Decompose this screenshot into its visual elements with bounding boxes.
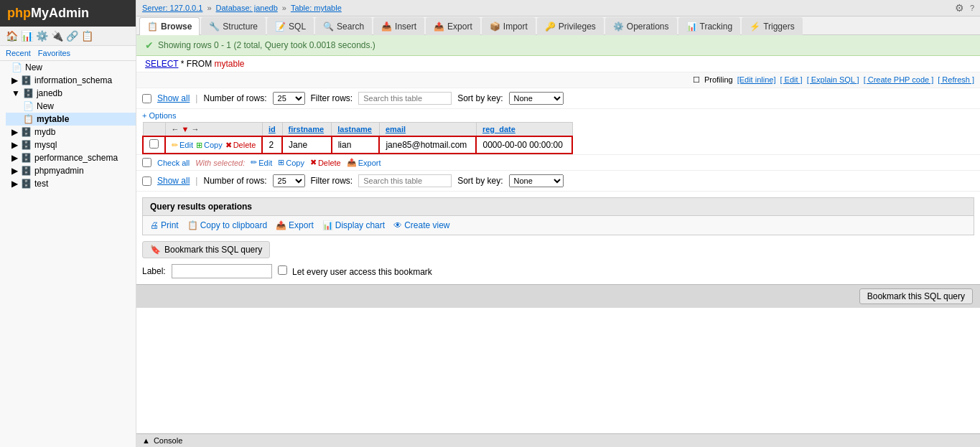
show-all-checkbox-top[interactable] <box>142 94 151 103</box>
bookmark-section: 🔖 Bookmark this SQL query Label: Let eve… <box>142 241 974 278</box>
profiling-checkbox[interactable]: ☐ <box>693 75 700 85</box>
bottom-edit-action[interactable]: ✏ Edit <box>251 158 272 167</box>
sidebar-item-new-janedb[interactable]: 📄 New <box>6 100 136 113</box>
topbar-help-icon[interactable]: ? <box>970 4 974 12</box>
browse-content: ✔ Showing rows 0 - 1 (2 total, Query too… <box>136 35 980 447</box>
edit-row-button[interactable]: ✏ Edit <box>172 141 193 150</box>
bookmark-label-input[interactable] <box>172 264 272 278</box>
filter-input-top[interactable] <box>358 92 452 105</box>
tab-import[interactable]: 📦 Import <box>482 17 536 35</box>
console-bar[interactable]: ▲ Console <box>136 433 980 447</box>
home-icon[interactable]: 🏠 <box>6 30 18 42</box>
topbar-settings-icon[interactable]: ⚙ <box>955 2 964 14</box>
col-header-lastname[interactable]: lastname <box>332 123 380 137</box>
sidebar-item-phpmyadmin[interactable]: ▶ 🗄️ phpmyadmin <box>0 164 136 177</box>
bottom-export-action[interactable]: 📤 Export <box>347 158 381 167</box>
docs-icon[interactable]: 📋 <box>81 30 93 42</box>
tab-export[interactable]: 📤 Export <box>426 17 480 35</box>
sidebar-item-janedb[interactable]: ▼ 🗄️ janedb <box>0 87 136 100</box>
tab-operations[interactable]: ⚙️ Operations <box>605 17 677 35</box>
row-email: jane85@hotmail.com <box>379 136 476 154</box>
col-header-id[interactable]: id <box>262 123 282 137</box>
bottom-check-row: Check all With selected: ✏ Edit ⊞ Copy ✖… <box>136 154 980 170</box>
sort-select-bottom[interactable]: None PRIMARY <box>509 174 564 187</box>
col-header-reg-date[interactable]: reg_date <box>476 123 572 137</box>
success-icon: ✔ <box>145 39 154 51</box>
tab-privileges[interactable]: 🔑 Privileges <box>537 17 604 35</box>
logo: phpMyAdmin <box>0 0 136 27</box>
server-link[interactable]: Server: 127.0.0.1 <box>142 4 202 12</box>
row-reg-date: 0000-00-00 00:00:00 <box>476 136 572 154</box>
col-header-checkbox <box>143 123 165 137</box>
bottom-action-bar: Bookmark this SQL query <box>136 284 980 308</box>
tab-tracking[interactable]: 📊 Tracking <box>678 17 741 35</box>
tab-browse[interactable]: 📋 Browse <box>139 17 200 35</box>
sort-label-top: Sort by key: <box>457 93 503 103</box>
qro-export[interactable]: 📤 Export <box>276 220 314 230</box>
sql-select-keyword[interactable]: SELECT <box>145 59 178 69</box>
show-all-top[interactable]: Show all <box>157 93 190 103</box>
profiling-bar: ☐ Profiling [Edit inline] [ Edit ] [ Exp… <box>136 72 980 88</box>
tab-triggers[interactable]: ⚡ Triggers <box>742 17 803 35</box>
col-header-firstname[interactable]: firstname <box>282 123 332 137</box>
sidebar-item-mysql[interactable]: ▶ 🗄️ mysql <box>0 138 136 151</box>
qro-print[interactable]: 🖨 Print <box>150 220 179 230</box>
bookmark-button[interactable]: 🔖 Bookmark this SQL query <box>142 241 270 258</box>
show-all-checkbox-bottom[interactable] <box>142 177 151 186</box>
refresh-link[interactable]: [ Refresh ] <box>938 75 974 85</box>
bottom-copy-action[interactable]: ⊞ Copy <box>278 158 304 167</box>
plugin-icon[interactable]: 🔌 <box>51 30 63 42</box>
create-php-link[interactable]: [ Create PHP code ] <box>864 75 934 85</box>
show-all-bottom[interactable]: Show all <box>157 176 190 186</box>
bottom-delete-icon: ✖ <box>310 158 317 167</box>
favorites-link[interactable]: Favorites <box>38 49 70 57</box>
table-link[interactable]: Table: mytable <box>291 4 342 12</box>
expand-mydb: ▶ <box>11 127 18 137</box>
tab-search[interactable]: 🔍 Search <box>315 17 372 35</box>
edit-link[interactable]: [ Edit ] <box>780 75 802 85</box>
logo-text: phpMyAdmin <box>7 6 89 21</box>
qro-create-view[interactable]: 👁 Create view <box>393 220 449 230</box>
export-icon: 📤 <box>276 220 286 230</box>
tab-insert[interactable]: 📥 Insert <box>373 17 424 35</box>
copy-row-button[interactable]: ⊞ Copy <box>196 141 223 150</box>
bookmark-submit-button[interactable]: Bookmark this SQL query <box>859 288 973 304</box>
db-icon3: 🗄️ <box>23 88 34 98</box>
rows-select-bottom[interactable]: 25 50 100 <box>273 174 305 187</box>
sort-select-top[interactable]: None PRIMARY <box>509 92 564 105</box>
link-icon[interactable]: 🔗 <box>66 30 78 42</box>
edit-inline-link[interactable]: [Edit inline] <box>737 75 776 85</box>
chart-icon: 📊 <box>322 220 333 230</box>
expand-icon: ▼ <box>11 88 20 98</box>
recent-link[interactable]: Recent <box>6 49 31 57</box>
structure-tab-icon: 🔧 <box>209 22 220 32</box>
sidebar-toolbar: 🏠 📊 ⚙️ 🔌 🔗 📋 <box>0 27 136 46</box>
tab-sql[interactable]: 📝 SQL <box>267 17 314 35</box>
rows-select-top[interactable]: 25 50 100 <box>273 92 305 105</box>
sidebar-item-new-top[interactable]: 📄 New <box>0 61 136 74</box>
col-header-email[interactable]: email <box>379 123 476 137</box>
check-all-checkbox[interactable] <box>142 158 151 167</box>
sidebar-item-information-schema[interactable]: ▶ 🗄️ information_schema <box>0 74 136 87</box>
settings-icon[interactable]: ⚙️ <box>36 30 48 42</box>
filter-input-bottom[interactable] <box>358 174 452 187</box>
row-checkbox[interactable] <box>143 136 165 154</box>
sidebar-item-mydb[interactable]: ▶ 🗄️ mydb <box>0 126 136 138</box>
chart-icon[interactable]: 📊 <box>21 30 33 42</box>
database-link[interactable]: Database: janedb <box>216 4 278 12</box>
bottom-delete-action[interactable]: ✖ Delete <box>310 158 341 167</box>
sidebar-item-mytable[interactable]: 📋 mytable <box>6 113 136 126</box>
spacer <box>136 308 980 329</box>
delete-row-button[interactable]: ✖ Delete <box>225 141 256 150</box>
sql-table-name[interactable]: mytable <box>214 59 244 69</box>
qro-copy-clipboard[interactable]: 📋 Copy to clipboard <box>187 220 267 230</box>
bookmark-access-checkbox[interactable] <box>278 265 287 275</box>
sidebar-item-test[interactable]: ▶ 🗄️ test <box>0 177 136 190</box>
tab-structure[interactable]: 🔧 Structure <box>201 17 266 35</box>
bottom-export-icon: 📤 <box>347 158 357 167</box>
explain-sql-link[interactable]: [ Explain SQL ] <box>807 75 859 85</box>
check-all-label[interactable]: Check all <box>157 159 190 167</box>
sidebar-item-performance-schema[interactable]: ▶ 🗄️ performance_schema <box>0 151 136 164</box>
options-row[interactable]: + Options <box>136 109 980 122</box>
qro-display-chart[interactable]: 📊 Display chart <box>322 220 385 230</box>
